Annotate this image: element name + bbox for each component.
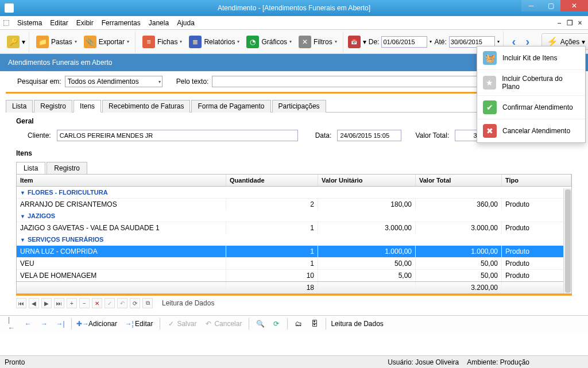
tool2-button[interactable]: 🗄 xyxy=(308,319,321,329)
col-tipo[interactable]: Tipo xyxy=(502,175,571,186)
data-label: Data: xyxy=(315,131,332,140)
nav-status-label: Leitura de Dados xyxy=(162,299,214,307)
salvar-button[interactable]: ✓Salvar xyxy=(165,319,199,329)
date-from-input[interactable] xyxy=(381,36,427,48)
group-row[interactable]: ▼JAZIGOS xyxy=(17,210,571,222)
menu-bar: SistemaEditarExibirFerramentasJanelaAjud… xyxy=(0,16,588,30)
menu-item-sistema[interactable]: Sistema xyxy=(14,18,45,28)
editar-button[interactable]: →¦Editar xyxy=(123,319,155,329)
acoes-label: Ações xyxy=(560,38,579,46)
pastas-label: Pastas xyxy=(51,38,72,46)
data-input[interactable] xyxy=(337,130,401,141)
action-incluir-cobertura[interactable]: ★ Incluir Cobertura do Plano xyxy=(477,70,585,96)
menu-item-editar[interactable]: Editar xyxy=(47,18,71,28)
vertical-scrollbar[interactable] xyxy=(563,188,571,293)
nav-remove-button[interactable]: − xyxy=(79,298,90,308)
adicionar-button[interactable]: ✚→Adicionar xyxy=(76,319,119,329)
nav-last-button[interactable]: ⏭ xyxy=(54,298,64,308)
chevron-down-icon[interactable]: ▾ xyxy=(497,39,500,44)
filtros-label: Filtros xyxy=(314,38,332,46)
action-cancelar[interactable]: ✖ Cancelar Atendimento xyxy=(477,119,585,142)
menu-item-ferramentas[interactable]: Ferramentas xyxy=(98,18,144,28)
chevron-down-icon: ▾ xyxy=(127,39,129,44)
menu-item-ajuda[interactable]: Ajuda xyxy=(173,18,198,28)
pastas-button[interactable]: 📁 Pastas ▾ xyxy=(34,34,79,49)
items-subtabs: ListaRegistro xyxy=(16,162,572,174)
key-icon[interactable]: 🔑 xyxy=(7,36,20,48)
window-title: Atendimento - [Atendimentos Funerais em … xyxy=(218,4,370,12)
mdi-close-button[interactable]: × xyxy=(575,18,585,28)
tool1-button[interactable]: 🗂 xyxy=(292,319,305,329)
search-button[interactable]: 🔍 xyxy=(254,319,266,329)
chevron-down-icon[interactable]: ▾ xyxy=(430,39,432,44)
nav-copy-button[interactable]: ⧉ xyxy=(142,298,153,308)
graficos-icon: ◔ xyxy=(246,36,259,48)
table-row[interactable]: JAZIGO 3 GAVETAS - VALE DA SAUDADE 113.0… xyxy=(17,222,571,234)
nav-next-button[interactable]: ▶ xyxy=(41,298,52,308)
fichas-button[interactable]: ≡ Fichas ▾ xyxy=(140,34,184,49)
key-dropdown-arrow-icon[interactable]: ▾ xyxy=(22,38,25,46)
nav-confirm-button[interactable]: ✓ xyxy=(105,298,115,308)
exportar-button[interactable]: 📎 Exportar ▾ xyxy=(82,34,131,49)
tab-forma-de-pagamento[interactable]: Forma de Pagamento xyxy=(191,100,270,113)
group-row[interactable]: ▼FLORES - FLORICULTURA xyxy=(17,187,571,198)
btn-prev[interactable]: ← xyxy=(22,319,34,329)
table-row[interactable]: ARRANJO DE CRISANTEMOS2180,00360,00Produ… xyxy=(17,198,571,210)
nav-prev-button[interactable]: ◀ xyxy=(29,298,39,308)
cliente-input[interactable] xyxy=(57,130,298,141)
filtros-button[interactable]: ✕ Filtros ▾ xyxy=(296,34,339,49)
nav-add-button[interactable]: + xyxy=(67,298,77,308)
tab-registro[interactable]: Registro xyxy=(34,100,72,113)
btn-next[interactable]: → xyxy=(38,319,51,329)
relatorios-icon: ≣ xyxy=(189,36,202,48)
tab-lista[interactable]: Lista xyxy=(6,100,33,113)
exportar-label: Exportar xyxy=(99,38,125,46)
group-row[interactable]: ▼SERVIÇOS FUNERÁRIOS xyxy=(17,234,571,245)
btn-first[interactable]: |← xyxy=(6,319,18,329)
pesquisar-em-combo[interactable]: Todos os Atendimentos ▾ xyxy=(65,76,163,87)
relatorios-button[interactable]: ≣ Relatórios ▾ xyxy=(187,34,242,49)
status-bar: Pronto Usuário: Josue Oliveira Ambiente:… xyxy=(0,355,588,368)
col-quantidade[interactable]: Quantidade xyxy=(226,175,318,186)
action-confirmar[interactable]: ✔ Confirmar Atendimento xyxy=(477,96,585,119)
nav-refresh-button[interactable]: ⟳ xyxy=(130,298,140,308)
cancelar-button[interactable]: ↶Cancelar xyxy=(202,319,244,329)
cancelar-label: Cancelar xyxy=(214,320,242,328)
folder-icon: 📁 xyxy=(36,36,49,48)
minimize-button[interactable]: ─ xyxy=(521,0,541,11)
col-item[interactable]: Item xyxy=(17,175,226,186)
subtab-registro[interactable]: Registro xyxy=(47,162,87,174)
subtab-lista[interactable]: Lista xyxy=(16,162,45,174)
col-valor-total[interactable]: Valor Total xyxy=(416,175,502,186)
action-label: Cancelar Atendimento xyxy=(502,127,570,135)
table-row[interactable]: URNA LUZ - COMPRIDA11.000,001.000,00Prod… xyxy=(17,245,571,257)
menu-item-janela[interactable]: Janela xyxy=(145,18,172,28)
chevron-down-icon: ▾ xyxy=(180,39,182,44)
btn-last[interactable]: →| xyxy=(54,319,67,329)
menu-item-exibir[interactable]: Exibir xyxy=(73,18,97,28)
action-incluir-kit[interactable]: 🧺 Incluir Kit de Itens xyxy=(477,47,585,70)
nav-cancel-button[interactable]: ↶ xyxy=(117,298,127,308)
table-row[interactable]: VELA DE HOMENAGEM105,0050,00Produto xyxy=(17,269,571,281)
refresh-button[interactable]: ⟳ xyxy=(270,319,283,329)
status-pronto: Pronto xyxy=(5,358,25,366)
chevron-down-icon[interactable]: ▾ xyxy=(363,38,366,46)
nav-first-button[interactable]: ⏮ xyxy=(16,298,26,308)
col-valor-unitario[interactable]: Valor Unitário xyxy=(318,175,416,186)
close-button[interactable]: ✕ xyxy=(560,0,588,11)
check-icon: ✔ xyxy=(483,100,497,114)
tab-recebimento-de-faturas[interactable]: Recebimento de Faturas xyxy=(102,100,190,113)
adicionar-label: Adicionar xyxy=(88,320,117,328)
grid-header: Item Quantidade Valor Unitário Valor Tot… xyxy=(17,175,571,187)
nav-delete-button[interactable]: ✕ xyxy=(92,298,102,308)
chevron-down-icon: ▾ xyxy=(75,39,77,44)
items-grid: Item Quantidade Valor Unitário Valor Tot… xyxy=(16,174,572,294)
graficos-button[interactable]: ◔ Gráficos ▾ xyxy=(244,34,294,49)
mdi-minimize-button[interactable]: – xyxy=(555,18,564,28)
calendar-icon[interactable]: 📅 xyxy=(348,36,361,48)
tab-itens[interactable]: Itens xyxy=(74,100,101,113)
tab-participações[interactable]: Participações xyxy=(272,100,326,113)
table-row[interactable]: VEU150,0050,00Produto xyxy=(17,257,571,269)
mdi-restore-button[interactable]: ❐ xyxy=(565,18,574,28)
maximize-button[interactable]: ▢ xyxy=(541,0,560,11)
